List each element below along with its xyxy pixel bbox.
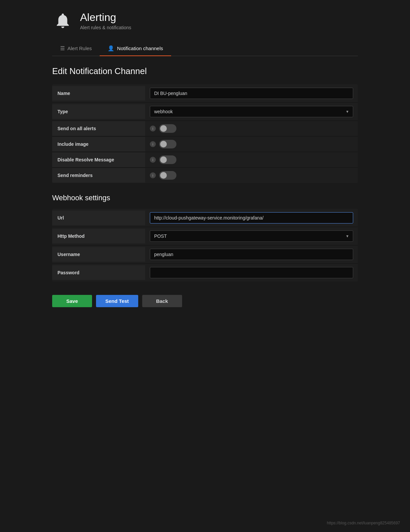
disable-resolve-thumb — [160, 156, 167, 163]
send-test-button[interactable]: Send Test — [96, 295, 138, 307]
url-value-cell — [145, 209, 358, 227]
url-row: Url — [52, 209, 358, 227]
webhook-settings-heading: Webhook settings — [52, 194, 358, 202]
button-row: Save Send Test Back — [52, 295, 358, 320]
send-all-alerts-value: i — [145, 121, 358, 136]
back-button[interactable]: Back — [142, 295, 182, 307]
password-input[interactable] — [150, 267, 353, 278]
send-reminders-value: i — [145, 168, 358, 183]
page-title: Edit Notification Channel — [52, 66, 358, 76]
type-select-wrapper: webhook email slack pagerduty — [150, 106, 353, 117]
app-header: Alerting Alert rules & notifications — [52, 10, 358, 31]
include-image-value: i — [145, 136, 358, 152]
username-value-cell — [145, 245, 358, 263]
app-title-group: Alerting Alert rules & notifications — [80, 11, 131, 30]
http-method-select[interactable]: POST PUT GET — [150, 230, 353, 242]
name-label: Name — [52, 86, 145, 101]
include-image-label: Include image — [52, 137, 145, 151]
type-value-cell: webhook email slack pagerduty — [145, 103, 358, 121]
bell-icon — [52, 10, 73, 31]
tab-alert-rules[interactable]: ☰ Alert Rules — [52, 41, 100, 56]
send-reminders-toggle-container: i — [150, 171, 176, 180]
app-title: Alerting — [80, 11, 131, 24]
send-all-alerts-toggle[interactable] — [159, 124, 176, 133]
include-image-toggle[interactable] — [159, 140, 176, 148]
name-row: Name — [52, 84, 358, 103]
send-reminders-info-icon: i — [150, 172, 156, 178]
name-value-cell — [145, 84, 358, 102]
include-image-row: Include image i — [52, 136, 358, 152]
disable-resolve-label: Disable Resolve Message — [52, 152, 145, 167]
send-reminders-thumb — [160, 172, 167, 179]
type-label: Type — [52, 104, 145, 119]
channel-icon: 👤 — [108, 45, 114, 51]
disable-resolve-row: Disable Resolve Message i — [52, 152, 358, 168]
send-all-alerts-label: Send on all alerts — [52, 121, 145, 136]
password-value-cell — [145, 264, 358, 282]
http-method-label: Http Method — [52, 229, 145, 243]
list-icon: ☰ — [60, 45, 65, 51]
password-label: Password — [52, 265, 145, 280]
type-select[interactable]: webhook email slack pagerduty — [150, 106, 353, 117]
send-reminders-toggle[interactable] — [159, 171, 176, 180]
include-image-thumb — [160, 141, 167, 147]
http-method-row: Http Method POST PUT GET — [52, 227, 358, 245]
send-reminders-label: Send reminders — [52, 168, 145, 183]
password-row: Password — [52, 264, 358, 282]
main-form-section: Name Type webhook email slack pagerduty — [52, 84, 358, 183]
send-all-alerts-toggle-container: i — [150, 124, 176, 133]
name-input[interactable] — [150, 88, 353, 99]
tab-notification-channels[interactable]: 👤 Notification channels — [100, 41, 171, 56]
http-method-select-wrapper: POST PUT GET — [150, 230, 353, 242]
send-all-alerts-row: Send on all alerts i — [52, 121, 358, 136]
send-reminders-row: Send reminders i — [52, 168, 358, 183]
tabs-container: ☰ Alert Rules 👤 Notification channels — [52, 41, 358, 56]
send-all-alerts-info-icon: i — [150, 126, 156, 132]
type-row: Type webhook email slack pagerduty — [52, 103, 358, 121]
disable-resolve-value: i — [145, 152, 358, 167]
url-label: Url — [52, 211, 145, 225]
tab-notification-channels-label: Notification channels — [117, 45, 163, 51]
include-image-info-icon: i — [150, 141, 156, 147]
footer-url: https://blog.csdn.net/luanpeng825485697 — [320, 517, 407, 529]
app-subtitle: Alert rules & notifications — [80, 25, 131, 30]
tab-alert-rules-label: Alert Rules — [67, 45, 92, 51]
username-row: Username — [52, 245, 358, 264]
save-button[interactable]: Save — [52, 295, 92, 307]
username-input[interactable] — [150, 249, 353, 260]
webhook-form-section: Url Http Method POST PUT GET Username — [52, 209, 358, 282]
disable-resolve-info-icon: i — [150, 157, 156, 163]
disable-resolve-toggle-container: i — [150, 155, 176, 164]
username-label: Username — [52, 247, 145, 262]
include-image-toggle-container: i — [150, 140, 176, 148]
send-all-alerts-thumb — [160, 125, 167, 132]
disable-resolve-toggle[interactable] — [159, 155, 176, 164]
http-method-value-cell: POST PUT GET — [145, 227, 358, 245]
url-input[interactable] — [150, 212, 353, 223]
